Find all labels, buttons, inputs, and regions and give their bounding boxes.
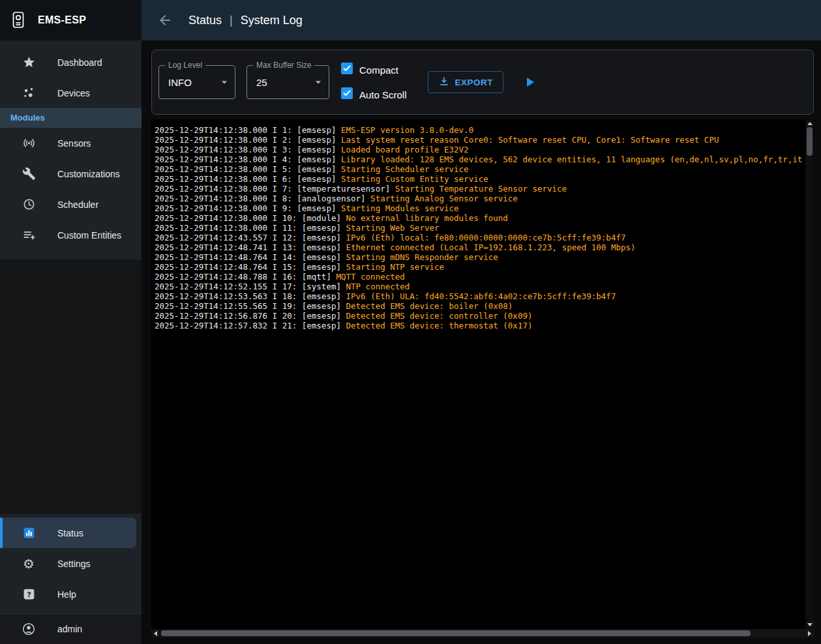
log-timestamp: 2025-12-29T14:12:38.000 — [155, 213, 267, 223]
log-tag: [emsesp] — [297, 203, 336, 213]
log-tag: [mqtt] — [302, 272, 331, 282]
sidebar-user-row[interactable]: admin — [0, 613, 142, 644]
play-icon[interactable] — [522, 74, 537, 90]
log-line: 2025-12-29T14:12:38.000I 7:[temperatures… — [155, 184, 803, 194]
log-seq: I 18: — [273, 291, 297, 301]
log-timestamp: 2025-12-29T14:12:52.155 — [155, 282, 267, 291]
log-tag: [system] — [302, 282, 341, 291]
log-timestamp: 2025-12-29T14:12:57.832 — [155, 321, 267, 330]
log-message: Starting Modules service — [341, 203, 459, 213]
sidebar-item-sensors[interactable]: Sensors — [0, 128, 142, 158]
content: Log Level INFO Max Buffer Size 25 — [142, 40, 821, 644]
log-tag: [emsesp] — [302, 301, 341, 311]
back-icon[interactable] — [157, 12, 173, 28]
log-line: 2025-12-29T14:12:55.565I 19:[emsesp]Dete… — [155, 301, 803, 311]
log-message: Starting NTP service — [346, 262, 445, 272]
checkbox-checked-icon — [341, 63, 353, 77]
sidebar-item-label: Scheduler — [57, 199, 98, 210]
log-message: Loaded board profile E32V2 — [341, 145, 469, 154]
log-lines: 2025-12-29T14:12:38.000I 1:[emsesp]EMS-E… — [151, 119, 814, 330]
app-title: EMS-ESP — [38, 14, 86, 26]
log-seq: I 20: — [273, 311, 297, 321]
log-line: 2025-12-29T14:12:43.557I 12:[emsesp]IPv6… — [155, 233, 803, 242]
log-line: 2025-12-29T14:12:48.764I 15:[emsesp]Star… — [155, 262, 803, 272]
sidebar-item-label: Customizations — [57, 169, 120, 179]
log-timestamp: 2025-12-29T14:12:48.764 — [155, 252, 267, 262]
log-message: Last system reset reason Core0: Software… — [341, 135, 719, 145]
log-timestamp: 2025-12-29T14:12:55.565 — [155, 301, 267, 311]
checkbox-group: Compact Auto Scroll — [341, 63, 407, 102]
log-message: Starting Analog Sensor service — [370, 194, 518, 203]
log-tag: [emsesp] — [302, 291, 341, 301]
sidebar-nav-top: Dashboard Devices — [0, 40, 142, 108]
log-line: 2025-12-29T14:12:53.563I 18:[emsesp]IPv6… — [155, 291, 803, 301]
sidebar: EMS-ESP Dashboard Devices Modules — [0, 0, 142, 644]
log-seq: I 4: — [273, 154, 292, 164]
export-button[interactable]: EXPORT — [428, 71, 504, 93]
appbar: Status | System Log — [142, 0, 821, 40]
sidebar-item-label: Settings — [57, 559, 91, 569]
main-column: Status | System Log Log Level INFO Max B… — [142, 0, 821, 644]
log-message: IPv6 (Eth) local: fe80:0000:0000:0000:ce… — [346, 233, 626, 242]
log-seq: I 1: — [273, 125, 292, 135]
max-buffer-size-select[interactable]: Max Buffer Size 25 — [246, 65, 329, 99]
sidebar-item-dashboard[interactable]: Dashboard — [0, 47, 142, 78]
log-line: 2025-12-29T14:12:38.000I 4:[emsesp]Libra… — [155, 154, 803, 164]
analytics-icon — [21, 525, 37, 541]
log-tag: [emsesp] — [302, 223, 341, 233]
log-message: No external library modules found — [346, 213, 508, 223]
devices-icon — [21, 85, 37, 101]
sidebar-item-custom-entities[interactable]: Custom Entities — [0, 220, 142, 250]
log-timestamp: 2025-12-29T14:12:38.000 — [155, 184, 267, 194]
vertical-scrollbar[interactable] — [805, 119, 814, 629]
sidebar-item-status[interactable]: Status — [0, 518, 136, 548]
sensors-icon — [21, 136, 37, 151]
log-seq: I 12: — [273, 233, 297, 242]
sidebar-item-help[interactable]: ? Help — [0, 579, 142, 609]
log-line: 2025-12-29T14:12:38.000I 2:[emsesp]Last … — [155, 135, 803, 145]
vertical-scrollbar-thumb[interactable] — [807, 127, 813, 156]
scroll-right-icon[interactable] — [808, 631, 811, 636]
horizontal-scrollbar[interactable] — [151, 629, 814, 637]
auto-scroll-checkbox[interactable]: Auto Scroll — [341, 87, 407, 102]
scroll-down-icon[interactable] — [807, 623, 813, 626]
log-line: 2025-12-29T14:12:38.000I 11:[emsesp]Star… — [155, 223, 803, 233]
scroll-left-icon[interactable] — [154, 631, 157, 636]
max-buffer-size-value: 25 — [256, 77, 267, 88]
log-line: 2025-12-29T14:12:56.876I 20:[emsesp]Dete… — [155, 311, 803, 321]
log-line: 2025-12-29T14:12:48.764I 14:[emsesp]Star… — [155, 252, 803, 262]
log-line: 2025-12-29T14:12:38.000I 5:[emsesp]Start… — [155, 164, 803, 174]
log-timestamp: 2025-12-29T14:12:48.764 — [155, 262, 267, 272]
app-logo-row: EMS-ESP — [0, 0, 142, 40]
sidebar-nav-modules: Sensors Customizations Scheduler Custom … — [0, 128, 142, 259]
checkbox-checked-icon — [341, 87, 353, 102]
sidebar-item-devices[interactable]: Devices — [0, 78, 142, 108]
sidebar-item-label: Status — [57, 528, 83, 538]
clock-icon — [21, 197, 37, 212]
log-tag: [emsesp] — [297, 174, 336, 184]
log-level-select[interactable]: Log Level INFO — [158, 65, 235, 99]
log-tag: [emsesp] — [302, 233, 341, 242]
log-message: Ethernet connected (Local IP=192.168.1.2… — [346, 242, 636, 252]
playlist-add-icon — [21, 227, 37, 243]
sidebar-item-customizations[interactable]: Customizations — [0, 158, 142, 189]
log-output[interactable]: 2025-12-29T14:12:38.000I 1:[emsesp]EMS-E… — [151, 119, 814, 637]
log-timestamp: 2025-12-29T14:12:38.000 — [155, 164, 267, 174]
log-toolbar: Log Level INFO Max Buffer Size 25 — [151, 50, 814, 115]
log-line: 2025-12-29T14:12:52.155I 17:[system]NTP … — [155, 282, 803, 291]
sidebar-item-scheduler[interactable]: Scheduler — [0, 189, 142, 220]
horizontal-scrollbar-thumb[interactable] — [161, 630, 751, 636]
scroll-up-icon[interactable] — [807, 122, 813, 125]
log-timestamp: 2025-12-29T14:12:53.563 — [155, 291, 267, 301]
log-seq: I 13: — [273, 242, 297, 252]
log-message: Starting Web Server — [346, 223, 440, 233]
chevron-down-icon — [312, 76, 325, 89]
log-seq: I 9: — [273, 203, 292, 213]
log-tag: [emsesp] — [297, 135, 336, 145]
compact-checkbox[interactable]: Compact — [341, 63, 407, 77]
svg-text:?: ? — [27, 590, 31, 599]
page-title: System Log — [241, 14, 303, 27]
log-message: Starting Temperature Sensor service — [395, 184, 567, 194]
log-seq: I 3: — [273, 145, 292, 154]
sidebar-item-settings[interactable]: ⚙ Settings — [0, 548, 142, 579]
